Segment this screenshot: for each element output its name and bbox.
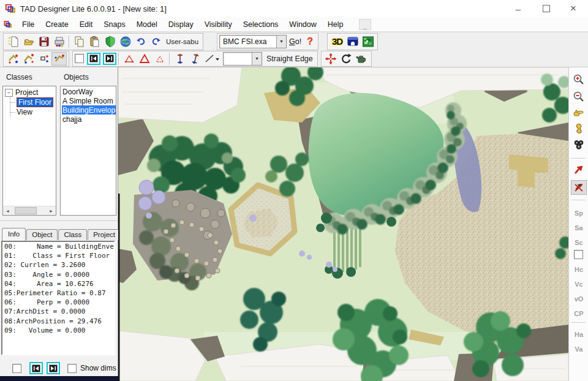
- tree-node-label-selected[interactable]: First Floor: [17, 97, 53, 107]
- menu-help[interactable]: Help: [322, 17, 349, 31]
- line-style-button[interactable]: [203, 52, 221, 66]
- menu-model[interactable]: Model: [131, 17, 163, 31]
- zoom-in-button[interactable]: [571, 72, 587, 87]
- pan-button[interactable]: [571, 105, 587, 120]
- menu-snaps[interactable]: Snaps: [98, 17, 130, 31]
- deselect-button[interactable]: [571, 180, 587, 195]
- tab-class[interactable]: Class: [58, 229, 87, 240]
- zoom-out-button[interactable]: [571, 89, 587, 104]
- undo-button[interactable]: [133, 35, 148, 48]
- delete-vertex-button[interactable]: [36, 52, 51, 66]
- prev-object-button[interactable]: [29, 362, 43, 374]
- bottom-checkbox-1[interactable]: [12, 364, 21, 373]
- scroll-left-icon[interactable]: ◄: [3, 206, 12, 215]
- dropdown-arrow-icon[interactable]: ▼: [252, 53, 262, 65]
- redo-button[interactable]: [148, 35, 164, 48]
- tree-node-project[interactable]: − Project: [5, 88, 56, 97]
- go-button[interactable]: Go!: [289, 37, 301, 46]
- menu-file[interactable]: File: [17, 17, 40, 31]
- menu-visibility[interactable]: Visibility: [199, 17, 238, 31]
- select-button[interactable]: [571, 163, 587, 178]
- print-button[interactable]: [51, 35, 67, 48]
- snap-sa-button[interactable]: Sa: [571, 221, 587, 235]
- maximize-icon: [543, 5, 550, 12]
- move-vertex-button[interactable]: [21, 52, 36, 66]
- tree-node-label[interactable]: View: [17, 108, 32, 116]
- classes-horizontal-scrollbar[interactable]: ◄ ►: [3, 206, 56, 215]
- maximize-button[interactable]: [533, 0, 560, 17]
- engine-combo[interactable]: BMC FSI.exa ▼: [219, 35, 287, 48]
- scrollbar-thumb[interactable]: [15, 207, 37, 214]
- triangle-snap-button[interactable]: [121, 52, 137, 66]
- scroll-right-icon[interactable]: ►: [47, 206, 56, 215]
- snap-ha-button[interactable]: Ha: [571, 327, 587, 342]
- show-dims-checkbox[interactable]: [67, 364, 77, 373]
- user-button[interactable]: User-sabu: [164, 38, 201, 45]
- minimize-button[interactable]: –: [505, 0, 532, 17]
- site-plan-map[interactable]: [118, 67, 568, 381]
- object-item-building-envelope[interactable]: BuildingEnvelope: [62, 105, 116, 115]
- dropdown-arrow-icon[interactable]: ▼: [276, 36, 286, 48]
- save-button[interactable]: [36, 35, 51, 48]
- move-tool-button[interactable]: [323, 52, 339, 66]
- ibeam-start-button[interactable]: [172, 52, 187, 66]
- model-store-button[interactable]: [345, 35, 360, 48]
- line-width-combo[interactable]: ▼: [223, 52, 262, 66]
- tree-node-first-floor[interactable]: First Floor: [10, 97, 56, 107]
- classes-tree[interactable]: − Project First Floor View ◄ ►: [2, 86, 56, 216]
- object-item-doorway[interactable]: DoorWay: [62, 87, 116, 96]
- edit-vertex-button[interactable]: [6, 52, 21, 66]
- copy-button[interactable]: [72, 35, 87, 48]
- info-line: 08:ArchPosition = 29.476: [2, 317, 114, 326]
- view-3d-button[interactable]: 3D: [330, 35, 345, 48]
- site-map-button[interactable]: [360, 35, 375, 48]
- object-item-simple-room[interactable]: A Simple Room: [62, 96, 116, 105]
- watering-can-icon: [355, 53, 368, 65]
- drawing-canvas[interactable]: [118, 67, 568, 381]
- help-button[interactable]: ?: [307, 36, 313, 47]
- ibeam-end-button[interactable]: [187, 52, 203, 66]
- tree-node-view[interactable]: View: [10, 107, 56, 117]
- new-file-button[interactable]: [6, 35, 21, 48]
- object-item-chajja[interactable]: chajja: [62, 115, 116, 124]
- tab-info[interactable]: Info: [2, 228, 26, 241]
- snap-cp-button[interactable]: CP: [571, 306, 587, 321]
- snap-vc-button[interactable]: Vc: [571, 277, 587, 292]
- objects-list[interactable]: DoorWay A Simple Room BuildingEnvelope c…: [60, 86, 116, 216]
- insert-vertex-button[interactable]: [51, 52, 67, 66]
- web-button[interactable]: [118, 35, 133, 48]
- edit-vertex-icon: [7, 53, 20, 65]
- redo-icon: [150, 36, 162, 48]
- snap-sp-button[interactable]: Sp: [571, 206, 587, 221]
- snap-sc-button[interactable]: Sc: [571, 235, 587, 250]
- validate-button[interactable]: [102, 35, 118, 48]
- next-object-button[interactable]: [47, 362, 60, 374]
- menu-window[interactable]: Window: [284, 17, 322, 31]
- snap-checkbox[interactable]: [574, 250, 583, 259]
- menu-edit[interactable]: Edit: [74, 17, 99, 31]
- orbit-button[interactable]: [571, 137, 587, 152]
- menu-create[interactable]: Create: [40, 17, 74, 31]
- tab-object[interactable]: Object: [26, 229, 58, 240]
- paste-button[interactable]: [87, 35, 102, 48]
- tab-project[interactable]: Project: [88, 229, 121, 240]
- snap-hc-button[interactable]: Hc: [571, 262, 587, 277]
- step-checkbox[interactable]: [75, 54, 84, 63]
- step-forward-button[interactable]: [103, 53, 116, 65]
- open-file-button[interactable]: [21, 35, 36, 48]
- triangle-dashed-button[interactable]: [152, 52, 167, 66]
- discard-tool-button[interactable]: [354, 52, 369, 66]
- tree-collapse-icon[interactable]: −: [5, 89, 13, 97]
- bottom-controls: Show dims: [0, 360, 118, 376]
- triangle-solid-button[interactable]: [137, 52, 152, 66]
- close-button[interactable]: ×: [560, 0, 587, 17]
- menu-selections[interactable]: Selections: [238, 17, 284, 31]
- info-line: 05:Perimeter Ratio = 0.87: [2, 289, 114, 298]
- snap-va-button[interactable]: Va: [571, 342, 587, 356]
- menu-display[interactable]: Display: [163, 17, 199, 31]
- step-back-button[interactable]: [87, 53, 100, 65]
- snap-vo-button[interactable]: vO: [571, 292, 587, 306]
- rotate-tool-button[interactable]: [339, 52, 354, 66]
- mdi-minimize-button[interactable]: _: [359, 19, 371, 30]
- grab-button[interactable]: [571, 121, 587, 136]
